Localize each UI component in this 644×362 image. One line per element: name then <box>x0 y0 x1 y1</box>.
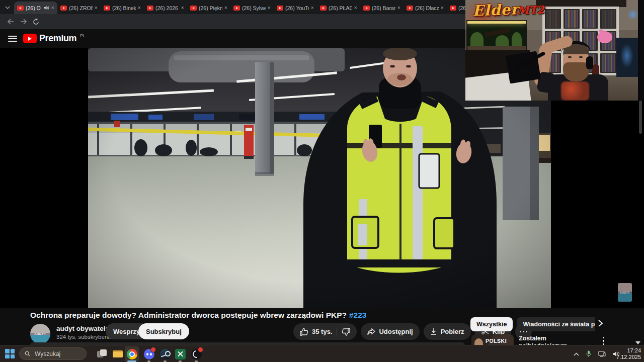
tab-close-button[interactable]: × <box>181 5 184 11</box>
clock-date: 7.12.2025 <box>616 354 641 360</box>
file-explorer-icon[interactable] <box>112 348 124 360</box>
like-count: 35 tys. <box>312 328 332 335</box>
tray-chevron-icon[interactable] <box>574 352 579 356</box>
filter-chip[interactable]: Wszystkie <box>470 317 513 331</box>
aquarium <box>466 20 527 51</box>
dislike-icon[interactable] <box>342 328 350 336</box>
shirt-print <box>561 81 589 101</box>
blue-led-glow <box>627 9 638 20</box>
browser-tab[interactable]: (26) Binek× <box>101 2 144 14</box>
youtube-play-icon <box>23 34 37 43</box>
youtube-favicon <box>407 6 413 11</box>
tab-title: (26) Piękn <box>199 5 222 11</box>
tab-title: (26) YouTu <box>285 5 309 11</box>
share-button[interactable]: Udostępnij <box>361 323 419 340</box>
screen: (26) O×(26) ZROB×(26) Binek×(26) 2026×(2… <box>0 0 644 362</box>
browser-tab[interactable]: (26) PŁACZ× <box>317 2 360 14</box>
brand-region: PL <box>80 33 85 38</box>
steam-icon[interactable] <box>159 348 171 360</box>
video-title: Ochrona preparuje dowody? Administrator … <box>30 311 473 320</box>
tray-network-icon[interactable] <box>598 351 606 357</box>
browser-tab[interactable]: (26) 2026× <box>144 2 187 14</box>
like-icon[interactable] <box>300 328 308 336</box>
tab-title: (26) Dlacz <box>415 5 439 11</box>
taskbar-search-input[interactable] <box>34 350 81 358</box>
webcam-overlay: ElderMT2 <box>465 0 644 101</box>
browser-tab[interactable]: (26) ZROB× <box>57 2 101 14</box>
thumbnail-text: POLSKI <box>486 338 507 344</box>
youtube-favicon <box>17 6 24 11</box>
menu-icon[interactable] <box>8 36 17 42</box>
recorder-app-icon[interactable] <box>190 348 202 360</box>
system-tray <box>574 345 620 362</box>
taskbar-search[interactable] <box>19 347 87 360</box>
tab-title: (26) O <box>26 5 42 11</box>
taskbar: 17:24 7.12.2025 <box>0 345 644 362</box>
browser-tab[interactable]: (26) Piękn× <box>187 2 230 14</box>
down-arrow-indicator <box>635 341 640 344</box>
browser-tab[interactable]: (26) Baran× <box>360 2 404 14</box>
tab-close-button[interactable]: × <box>51 5 54 11</box>
tab-close-button[interactable]: × <box>441 5 444 11</box>
tab-title: (26) PŁACZ <box>329 5 352 11</box>
notification-badge <box>198 347 203 352</box>
taskbar-clock[interactable]: 17:24 7.12.2025 <box>616 347 641 360</box>
tab-title: (26) 2026 <box>155 5 179 11</box>
back-icon[interactable] <box>6 17 15 26</box>
clock-time: 17:24 <box>616 347 641 354</box>
tab-close-button[interactable]: × <box>311 5 314 11</box>
hashtag-link[interactable]: #223 <box>349 311 366 319</box>
tab-close-button[interactable]: × <box>138 5 141 11</box>
tab-close-button[interactable]: × <box>268 5 271 11</box>
download-button[interactable]: Pobierz <box>424 323 471 340</box>
youtube-favicon <box>190 6 197 11</box>
like-dislike-pill[interactable]: 35 tys. <box>293 323 357 340</box>
suggested-menu-icon[interactable] <box>603 337 604 345</box>
youtube-favicon <box>60 6 67 11</box>
wall-poster <box>616 38 638 77</box>
subscribe-button[interactable]: Subskrybuj <box>138 323 189 339</box>
excel-icon[interactable] <box>174 348 186 360</box>
youtube-premium-logo[interactable]: Premium PL <box>23 33 86 44</box>
forward-icon[interactable] <box>19 17 28 26</box>
tray-mic-icon[interactable] <box>586 350 591 357</box>
notification-badge <box>150 347 156 352</box>
browser-tab[interactable]: (26) O× <box>14 2 57 14</box>
browser-tab[interactable]: (26) YouTu× <box>274 2 317 14</box>
tab-title: (26) Binek <box>112 5 136 11</box>
tab-title: (26) ZROB <box>69 5 93 11</box>
chips-next-arrow[interactable] <box>597 319 604 330</box>
youtube-favicon <box>104 6 110 11</box>
channel-avatar[interactable]: AUDYT <box>30 324 50 344</box>
browser-tab[interactable]: (26) Sylwe× <box>230 2 274 14</box>
reload-icon[interactable] <box>31 17 40 26</box>
tab-close-button[interactable]: × <box>224 5 227 11</box>
tab-search-chevron-icon[interactable] <box>3 3 12 12</box>
pc-tower <box>638 0 644 101</box>
tab-close-button[interactable]: × <box>397 5 400 11</box>
youtube-favicon <box>233 6 240 11</box>
youtube-favicon <box>363 6 370 11</box>
scrollbar-thumb[interactable] <box>639 101 642 134</box>
youtube-favicon <box>320 6 327 11</box>
tab-title: (26) Sylwe <box>242 5 266 11</box>
tab-audio-icon[interactable] <box>44 6 49 10</box>
chrome-icon[interactable] <box>126 348 138 360</box>
youtube-favicon <box>277 6 283 11</box>
tab-close-button[interactable]: × <box>354 5 357 11</box>
pink-piggy <box>597 31 612 43</box>
share-icon <box>367 328 375 335</box>
youtube-favicon <box>450 6 456 11</box>
channel-watermark[interactable]: AUDYT <box>618 283 632 302</box>
discord-icon[interactable] <box>143 348 155 360</box>
filter-chip[interactable]: Wiadomości ze świata polityki <box>517 317 595 331</box>
task-view-icon[interactable] <box>96 348 108 360</box>
browser-tab[interactable]: (26) Dlacz× <box>404 2 447 14</box>
start-button[interactable] <box>5 349 15 358</box>
tab-title: (26) Baran <box>372 5 395 11</box>
stream-logo: ElderMT2 <box>472 0 544 19</box>
brand-text: Premium <box>39 33 76 44</box>
download-icon <box>430 328 437 335</box>
tab-close-button[interactable]: × <box>95 5 98 11</box>
filter-chips: WszystkieWiadomości ze świata politykiPo <box>470 317 595 331</box>
